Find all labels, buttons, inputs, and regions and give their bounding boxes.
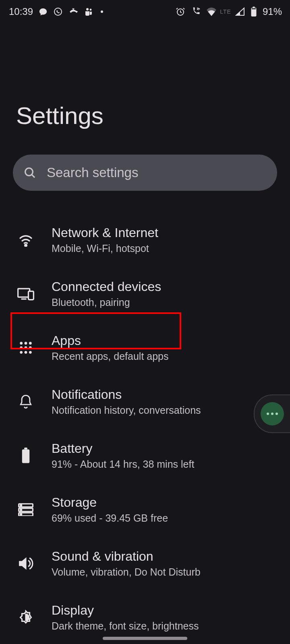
svg-point-0 bbox=[54, 8, 62, 15]
settings-row-title: Network & Internet bbox=[52, 225, 158, 240]
storage-icon bbox=[16, 500, 35, 519]
svg-rect-22 bbox=[22, 450, 29, 463]
svg-point-9 bbox=[25, 244, 27, 246]
svg-point-13 bbox=[20, 342, 23, 345]
svg-point-1 bbox=[86, 8, 89, 10]
settings-row-network[interactable]: Network & Internet Mobile, Wi-Fi, hotspo… bbox=[0, 214, 290, 268]
wifi-icon bbox=[206, 7, 217, 16]
battery-icon bbox=[16, 446, 35, 465]
settings-row-connected-devices[interactable]: Connected devices Bluetooth, pairing bbox=[0, 268, 290, 322]
settings-row-title: Display bbox=[52, 603, 199, 618]
settings-row-subtitle: 69% used - 39.45 GB free bbox=[52, 512, 168, 524]
wifi-calling-icon bbox=[191, 7, 201, 17]
svg-rect-23 bbox=[24, 448, 27, 450]
settings-row-sound[interactable]: Sound & vibration Volume, vibration, Do … bbox=[0, 538, 290, 592]
settings-row-subtitle: Mobile, Wi-Fi, hotspot bbox=[52, 243, 158, 254]
svg-line-8 bbox=[32, 175, 35, 178]
battery-percent: 91% bbox=[263, 6, 282, 17]
settings-row-subtitle: Recent apps, default apps bbox=[52, 351, 168, 362]
settings-row-display[interactable]: Display Dark theme, font size, brightnes… bbox=[0, 592, 290, 644]
svg-rect-6 bbox=[252, 8, 256, 9]
settings-row-subtitle: Notification history, conversations bbox=[52, 405, 201, 416]
status-bar-left: 10:39 bbox=[9, 6, 103, 17]
bell-icon bbox=[16, 392, 35, 411]
settings-row-subtitle: Volume, vibration, Do Not Disturb bbox=[52, 566, 201, 578]
alarm-icon bbox=[176, 7, 185, 17]
settings-row-notifications[interactable]: Notifications Notification history, conv… bbox=[0, 376, 290, 430]
svg-point-20 bbox=[25, 351, 27, 354]
brightness-icon bbox=[16, 608, 35, 627]
svg-point-27 bbox=[21, 505, 22, 506]
battery-icon bbox=[251, 6, 257, 17]
svg-point-16 bbox=[20, 347, 23, 349]
gesture-nav-indicator bbox=[103, 637, 187, 640]
settings-row-title: Apps bbox=[52, 333, 168, 348]
network-type-label: LTE bbox=[220, 8, 231, 15]
settings-row-subtitle: Bluetooth, pairing bbox=[52, 297, 161, 308]
svg-point-29 bbox=[21, 514, 22, 515]
teams-icon bbox=[84, 7, 93, 17]
search-icon bbox=[23, 166, 36, 179]
wifi-icon bbox=[16, 230, 35, 250]
page-title: Settings bbox=[0, 23, 290, 130]
settings-row-subtitle: Dark theme, font size, brightness bbox=[52, 620, 199, 632]
status-bar: 10:39 LTE 91% bbox=[0, 0, 290, 23]
svg-point-21 bbox=[29, 351, 32, 354]
svg-point-17 bbox=[25, 347, 27, 349]
svg-point-18 bbox=[29, 347, 32, 349]
chat-bubble-icon bbox=[39, 7, 48, 16]
apps-grid-icon bbox=[16, 338, 35, 357]
volume-icon bbox=[16, 554, 35, 573]
settings-row-title: Sound & vibration bbox=[52, 549, 201, 564]
svg-rect-12 bbox=[28, 291, 33, 300]
cellular-signal-icon bbox=[235, 7, 245, 16]
settings-row-subtitle: 91% - About 14 hrs, 38 mins left bbox=[52, 458, 194, 470]
assistant-side-button[interactable] bbox=[254, 394, 290, 433]
status-time: 10:39 bbox=[9, 6, 33, 17]
search-settings-input[interactable]: Search settings bbox=[13, 155, 277, 191]
svg-point-2 bbox=[90, 9, 92, 11]
settings-row-title: Connected devices bbox=[52, 279, 161, 294]
settings-row-title: Storage bbox=[52, 495, 168, 510]
search-placeholder: Search settings bbox=[47, 165, 138, 180]
settings-row-battery[interactable]: Battery 91% - About 14 hrs, 38 mins left bbox=[0, 430, 290, 484]
settings-row-title: Battery bbox=[52, 441, 194, 456]
svg-point-7 bbox=[25, 168, 33, 176]
svg-point-14 bbox=[25, 342, 27, 345]
svg-rect-5 bbox=[253, 7, 255, 8]
svg-point-28 bbox=[21, 509, 22, 510]
settings-list: Network & Internet Mobile, Wi-Fi, hotspo… bbox=[0, 214, 290, 644]
whatsapp-icon bbox=[53, 7, 63, 17]
devices-icon bbox=[16, 284, 35, 303]
more-notifications-dot-icon bbox=[101, 10, 103, 13]
settings-row-title: Notifications bbox=[52, 387, 201, 402]
missed-call-icon bbox=[68, 7, 78, 17]
more-horizontal-icon bbox=[261, 402, 284, 425]
settings-row-apps[interactable]: Apps Recent apps, default apps bbox=[0, 322, 290, 376]
settings-row-storage[interactable]: Storage 69% used - 39.45 GB free bbox=[0, 484, 290, 538]
status-bar-right: LTE 91% bbox=[176, 6, 282, 17]
svg-point-19 bbox=[20, 351, 23, 354]
svg-point-15 bbox=[29, 342, 32, 345]
